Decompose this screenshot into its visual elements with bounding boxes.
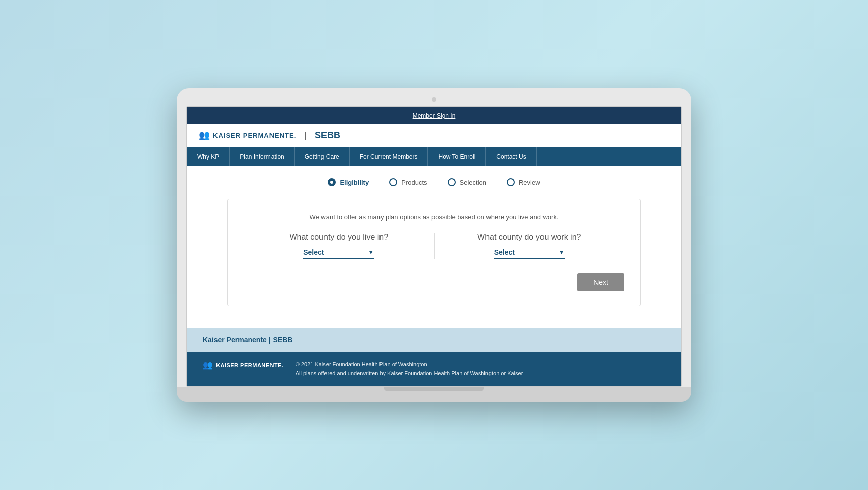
next-button[interactable]: Next bbox=[577, 273, 624, 291]
form-card: We want to offer as many plan options as… bbox=[227, 199, 641, 306]
top-bar: Member Sign In bbox=[187, 107, 681, 124]
live-county-question: What county do you live in? bbox=[289, 233, 388, 242]
steps-row: Eligibility Products Selection Review bbox=[199, 178, 669, 186]
step-eligibility: Eligibility bbox=[328, 178, 369, 186]
step-label-selection: Selection bbox=[460, 179, 486, 186]
form-columns: What county do you live in? Select ▼ Wha… bbox=[244, 233, 624, 259]
nav-contact-us[interactable]: Contact Us bbox=[486, 147, 536, 166]
live-county-chevron-icon: ▼ bbox=[368, 249, 374, 256]
step-label-review: Review bbox=[519, 179, 540, 186]
laptop-base bbox=[177, 387, 691, 402]
nav-current-members[interactable]: For Current Members bbox=[350, 147, 428, 166]
live-county-col: What county do you live in? Select ▼ bbox=[244, 233, 435, 259]
footer-logo-text: KAISER PERMANENTE. bbox=[216, 362, 284, 368]
footer-light: Kaiser Permanente | SEBB bbox=[187, 328, 681, 352]
step-products: Products bbox=[389, 178, 427, 186]
footer-light-text: Kaiser Permanente | SEBB bbox=[203, 336, 292, 344]
live-county-select[interactable]: Select ▼ bbox=[303, 248, 374, 259]
work-county-select[interactable]: Select ▼ bbox=[494, 248, 565, 259]
step-radio-review bbox=[507, 178, 515, 186]
kp-logo: 👥 KAISER PERMANENTE. bbox=[199, 130, 296, 141]
kp-logo-text: KAISER PERMANENTE. bbox=[213, 132, 296, 139]
member-signin-link[interactable]: Member Sign In bbox=[413, 112, 456, 119]
step-radio-products bbox=[389, 178, 397, 186]
kp-people-icon: 👥 bbox=[199, 130, 210, 141]
work-county-question: What county do you work in? bbox=[477, 233, 581, 242]
live-county-select-text: Select bbox=[303, 248, 324, 256]
main-content: Eligibility Products Selection Review We… bbox=[187, 166, 681, 328]
nav-why-kp[interactable]: Why KP bbox=[187, 147, 230, 166]
step-review: Review bbox=[507, 178, 540, 186]
footer-copy: © 2021 Kaiser Foundation Health Plan of … bbox=[296, 360, 523, 378]
nav-bar: Why KP Plan Information Getting Care For… bbox=[187, 147, 681, 166]
footer-dark: 👥 KAISER PERMANENTE. © 2021 Kaiser Found… bbox=[187, 352, 681, 386]
footer-people-icon: 👥 bbox=[203, 360, 213, 370]
step-selection: Selection bbox=[448, 178, 486, 186]
work-county-chevron-icon: ▼ bbox=[559, 249, 565, 256]
footer-copyright: © 2021 Kaiser Foundation Health Plan of … bbox=[296, 360, 523, 369]
step-label-products: Products bbox=[401, 179, 427, 186]
step-radio-selection bbox=[448, 178, 456, 186]
step-label-eligibility: Eligibility bbox=[340, 179, 369, 186]
step-radio-eligibility bbox=[328, 178, 336, 186]
work-county-select-text: Select bbox=[494, 248, 515, 256]
footer-underwritten: All plans offered and underwritten by Ka… bbox=[296, 369, 523, 378]
nav-how-to-enroll[interactable]: How To Enroll bbox=[428, 147, 486, 166]
laptop-camera bbox=[432, 97, 436, 102]
work-county-col: What county do you work in? Select ▼ bbox=[435, 233, 625, 259]
nav-getting-care[interactable]: Getting Care bbox=[295, 147, 350, 166]
logo-sebb: SEBB bbox=[315, 130, 340, 141]
form-intro-text: We want to offer as many plan options as… bbox=[244, 213, 624, 221]
form-actions: Next bbox=[244, 273, 624, 291]
nav-plan-info[interactable]: Plan Information bbox=[230, 147, 294, 166]
footer-kp-logo: 👥 KAISER PERMANENTE. bbox=[203, 360, 284, 370]
logo-bar: 👥 KAISER PERMANENTE. | SEBB bbox=[187, 124, 681, 147]
logo-divider: | bbox=[304, 130, 307, 141]
